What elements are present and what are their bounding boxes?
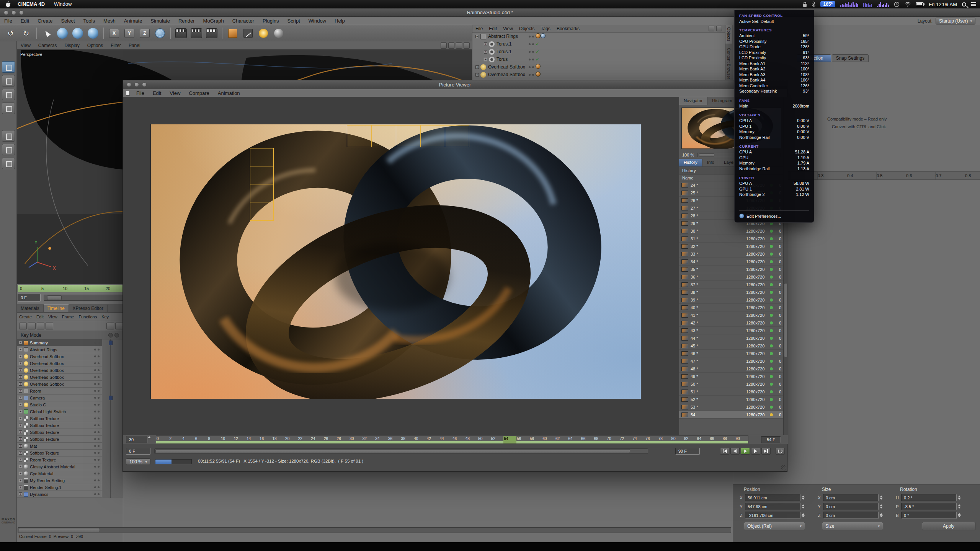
object-row[interactable]: Abstract Rings ✓	[472, 33, 725, 40]
stepper-control[interactable]	[958, 504, 962, 509]
expand-icon[interactable]	[19, 479, 22, 482]
enabled-check-icon[interactable]: ✓	[536, 49, 539, 54]
track-channel-dots[interactable]	[94, 479, 102, 481]
navigator-zoom-value[interactable]: 100 %	[682, 153, 694, 157]
stepper-control[interactable]	[880, 504, 884, 509]
viewport-menu-item[interactable]: Display	[60, 43, 83, 48]
stepper-control[interactable]	[880, 496, 884, 500]
object-row[interactable]: Torus.1 ✓	[472, 48, 725, 55]
object-row[interactable]: Overhead Softbox ✓	[472, 63, 725, 71]
texture-tag-icon[interactable]	[541, 33, 546, 38]
app-menu-item[interactable]: Window	[304, 18, 330, 24]
history-row[interactable]: 41 * 1280x720 0	[679, 311, 784, 319]
timeline-track-row[interactable]: Mat	[17, 443, 102, 450]
dock-tab[interactable]: XPresso Editor	[69, 305, 108, 312]
edit-preferences-item[interactable]: Edit Preferences...	[746, 214, 781, 218]
add-primitive-button[interactable]	[225, 27, 240, 40]
points-mode-button[interactable]	[2, 130, 15, 142]
timeline-hscroll-thumb[interactable]	[19, 528, 100, 532]
object-menu-item[interactable]: View	[500, 26, 516, 31]
timeline-options-button[interactable]	[115, 323, 123, 329]
track-channel-dots[interactable]	[94, 417, 102, 419]
istat-temp-menu-item[interactable]: 165°	[820, 1, 835, 7]
track-channel-dots[interactable]	[94, 445, 102, 447]
timeline-track-row[interactable]: Studio C	[17, 401, 102, 408]
history-row[interactable]: 45 * 1280x720 0	[679, 342, 784, 350]
coordinate-field[interactable]: 0 cm	[823, 494, 879, 501]
stepper-control[interactable]	[958, 513, 962, 517]
expand-icon[interactable]	[19, 382, 22, 386]
picture-viewer-titlebar[interactable]: Picture Viewer	[123, 80, 787, 89]
object-menu-item[interactable]: Edit	[486, 26, 500, 31]
timeline-menu-item[interactable]: Functions	[76, 315, 99, 319]
track-channel-dots[interactable]	[94, 369, 102, 371]
timeline-track-row[interactable]: Dynamics	[17, 491, 102, 498]
expand-icon[interactable]	[19, 472, 22, 475]
timeline-track-row[interactable]: Overhead Softbox	[17, 367, 102, 374]
coordinate-mode-dropdown[interactable]: Object (Rel)▾	[744, 522, 805, 530]
track-channel-dots[interactable]	[94, 390, 102, 392]
timeline-track-row[interactable]: Global Light Switch	[17, 408, 102, 415]
istat-network-graph-icon[interactable]	[877, 2, 889, 7]
app-menu-item[interactable]: Create	[33, 18, 57, 24]
notification-center-icon[interactable]	[971, 2, 976, 6]
app-menu-item[interactable]: Character	[228, 18, 258, 24]
expand-icon[interactable]	[19, 492, 22, 496]
track-channel-dots[interactable]	[94, 355, 102, 357]
track-channel-dots[interactable]	[94, 342, 102, 344]
edges-mode-button[interactable]	[2, 144, 15, 155]
history-row[interactable]: 30 * 1280x720 0	[679, 227, 784, 235]
coordinate-field[interactable]: 547.98 cm	[745, 503, 800, 510]
visibility-dot-icon[interactable]	[532, 59, 534, 60]
expand-icon[interactable]	[19, 348, 22, 351]
filter-icon[interactable]	[716, 26, 722, 31]
light-object-point[interactable]	[48, 247, 51, 250]
render-to-picture-viewer-button[interactable]	[189, 27, 204, 40]
tab-snap-settings[interactable]: Snap Settings	[832, 54, 869, 62]
bluetooth-icon[interactable]	[812, 2, 815, 7]
history-row[interactable]: 32 * 1280x720 0	[679, 243, 784, 250]
goto-start-button[interactable]	[720, 448, 729, 455]
play-button[interactable]	[741, 448, 750, 455]
stepper-control[interactable]	[958, 496, 962, 500]
istat-active-set[interactable]: Active Set: Default	[739, 19, 809, 24]
texture-tag-icon[interactable]	[536, 64, 541, 69]
track-channel-dots[interactable]	[94, 383, 102, 385]
timeline-track-row[interactable]: Overhead Softbox	[17, 381, 102, 388]
expand-icon[interactable]	[475, 73, 479, 77]
name-column-header[interactable]: Name	[682, 176, 693, 180]
mode-filter-icon[interactable]	[114, 333, 119, 337]
wifi-icon[interactable]	[905, 2, 911, 7]
app-menu-item[interactable]: Plugins	[258, 18, 283, 24]
range-start-field[interactable]: 0 F	[126, 448, 150, 455]
render-image[interactable]	[150, 124, 641, 399]
history-row[interactable]: 42 * 1280x720 0	[679, 319, 784, 327]
coordinate-field[interactable]: 0 cm	[823, 512, 879, 519]
track-channel-dots[interactable]	[94, 362, 102, 364]
viewport-camera-label[interactable]: Perspective	[20, 52, 42, 57]
add-material-button[interactable]	[271, 27, 286, 40]
app-menu-item[interactable]: Tools	[79, 18, 99, 24]
viewport-zoom-icon[interactable]	[448, 42, 454, 49]
frame-scrollbar-thumb[interactable]	[155, 449, 630, 453]
previous-frame-button[interactable]	[730, 448, 740, 455]
timeline-track-row[interactable]: Render Setting.1	[17, 484, 102, 491]
track-channel-dots[interactable]	[94, 404, 102, 406]
istat-cpu-graph-icon[interactable]	[840, 2, 858, 7]
coordinate-system-button[interactable]	[153, 27, 167, 40]
coordinate-field[interactable]: 0 °	[901, 512, 957, 519]
history-row[interactable]: 39 * 1280x720 0	[679, 296, 784, 304]
add-light-button[interactable]	[256, 27, 271, 40]
history-row[interactable]: 51 * 1280x720 0	[679, 388, 784, 396]
timeline-menu-item[interactable]: Create	[17, 315, 34, 319]
main-window-titlebar[interactable]: RainbowStudio.c4d *	[0, 8, 980, 17]
expand-icon[interactable]	[19, 355, 22, 358]
stepper-control[interactable]	[802, 496, 806, 500]
visibility-dot-icon[interactable]	[532, 36, 534, 37]
enabled-check-icon[interactable]: ✓	[536, 41, 539, 47]
expand-icon[interactable]	[19, 465, 22, 468]
lock-y-axis-button[interactable]: Y	[122, 27, 137, 40]
history-row[interactable]: 47 * 1280x720 0	[679, 357, 784, 365]
timeline-track-row[interactable]: Softbox Texture	[17, 422, 102, 429]
enabled-check-icon[interactable]: ✓	[536, 57, 539, 62]
